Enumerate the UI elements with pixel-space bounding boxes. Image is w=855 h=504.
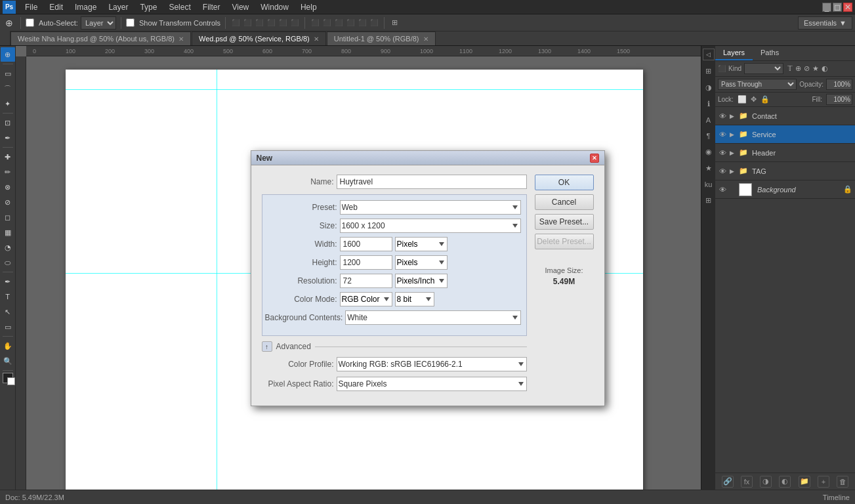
layer-new-btn[interactable]: + bbox=[818, 476, 829, 488]
text-tool[interactable]: T bbox=[1, 289, 15, 304]
panel-layers-icon[interactable]: ⊞ bbox=[704, 66, 713, 77]
panel-grid-icon[interactable]: ⊞ bbox=[704, 195, 713, 206]
menu-file[interactable]: File bbox=[20, 1, 43, 13]
size-select[interactable]: 1600 x 1200 bbox=[340, 219, 521, 233]
blend-mode-select[interactable]: Pass Through bbox=[718, 79, 797, 90]
layer-contact[interactable]: 👁 ▶ 📁 Contact bbox=[715, 107, 855, 125]
distribute6-icon[interactable]: ⬛ bbox=[369, 19, 379, 26]
fill-input[interactable] bbox=[826, 94, 852, 105]
height-input[interactable] bbox=[340, 255, 392, 270]
panel-3d-icon[interactable]: ◉ bbox=[704, 146, 713, 158]
dialog-close-btn[interactable]: ✕ bbox=[590, 154, 599, 163]
cancel-button[interactable]: Cancel bbox=[535, 194, 594, 210]
layer-fx-btn[interactable]: fx bbox=[741, 476, 753, 488]
layer-header-eye[interactable]: 👁 bbox=[718, 149, 727, 157]
layer-contact-expand[interactable]: ▶ bbox=[730, 113, 736, 119]
clone-tool[interactable]: ⊗ bbox=[1, 180, 15, 194]
essentials-btn[interactable]: Essentials ▼ bbox=[798, 16, 852, 30]
move-tool-btn[interactable]: ⊕ bbox=[3, 18, 16, 28]
lock-pixels-icon[interactable]: ⬜ bbox=[738, 95, 747, 104]
menu-image[interactable]: Image bbox=[70, 1, 102, 13]
align-right-icon[interactable]: ⬛ bbox=[254, 19, 264, 26]
delete-preset-button[interactable]: Delete Preset... bbox=[535, 234, 594, 249]
menu-select[interactable]: Select bbox=[163, 1, 196, 13]
width-unit-select[interactable]: Pixels bbox=[395, 237, 448, 251]
name-input[interactable] bbox=[337, 175, 527, 189]
tab-2[interactable]: Untitled-1 @ 50% (RGB/8) ✕ bbox=[327, 32, 436, 45]
panel-adjust-icon[interactable]: ◑ bbox=[704, 82, 713, 93]
layer-mask-btn[interactable]: ◑ bbox=[760, 476, 772, 488]
menu-help[interactable]: Help bbox=[295, 1, 322, 13]
layers-tab[interactable]: Layers bbox=[715, 46, 753, 60]
preset-select[interactable]: Web bbox=[340, 200, 521, 215]
menu-layer[interactable]: Layer bbox=[103, 1, 133, 13]
layer-adjust-btn[interactable]: ◐ bbox=[779, 476, 791, 488]
distribute4-icon[interactable]: ⬛ bbox=[345, 19, 356, 26]
close-btn[interactable]: ✕ bbox=[843, 3, 852, 12]
layer-link-btn[interactable]: 🔗 bbox=[722, 476, 734, 488]
resolution-unit-select[interactable]: Pixels/Inch bbox=[395, 274, 448, 288]
layer-group-btn[interactable]: 📁 bbox=[799, 476, 810, 488]
color-mode-select[interactable]: RGB Color bbox=[340, 292, 392, 306]
distribute3-icon[interactable]: ⬛ bbox=[333, 19, 344, 26]
panel-kuler-icon[interactable]: ku bbox=[703, 179, 714, 190]
dodge-tool[interactable]: ⬭ bbox=[1, 255, 15, 270]
eraser-tool[interactable]: ◻ bbox=[1, 210, 15, 224]
menu-window[interactable]: Window bbox=[255, 1, 294, 13]
layer-bg-eye[interactable]: 👁 bbox=[718, 186, 727, 194]
new-dialog[interactable]: New ✕ Name: Preset: Web bbox=[251, 150, 605, 406]
lock-all-icon[interactable]: 🔒 bbox=[761, 95, 770, 104]
distribute-icon[interactable]: ⬛ bbox=[310, 19, 320, 26]
resolution-input[interactable] bbox=[340, 274, 392, 288]
layer-contact-eye[interactable]: 👁 bbox=[718, 112, 727, 120]
history-brush-tool[interactable]: ⊘ bbox=[1, 195, 15, 209]
filter-icon-4[interactable]: ★ bbox=[812, 64, 819, 73]
menu-edit[interactable]: Edit bbox=[44, 1, 68, 13]
tab-0-close[interactable]: ✕ bbox=[178, 35, 184, 43]
arrangement-icon[interactable]: ⊞ bbox=[389, 18, 400, 27]
advanced-toggle-btn[interactable]: ↑ bbox=[262, 341, 272, 352]
background-color[interactable] bbox=[7, 377, 15, 385]
save-preset-button[interactable]: Save Preset... bbox=[535, 214, 594, 230]
align-top-icon[interactable]: ⬛ bbox=[266, 19, 276, 26]
layer-tag-eye[interactable]: 👁 bbox=[718, 167, 727, 175]
restore-btn[interactable]: ◻ bbox=[833, 3, 842, 12]
panel-char-icon[interactable]: A bbox=[705, 115, 712, 125]
ok-button[interactable]: OK bbox=[535, 175, 594, 190]
width-input[interactable] bbox=[340, 237, 392, 251]
menu-type[interactable]: Type bbox=[135, 1, 162, 13]
paths-tab[interactable]: Paths bbox=[753, 46, 787, 60]
pen-tool[interactable]: ✒ bbox=[1, 274, 15, 289]
filter-type-select[interactable] bbox=[744, 63, 783, 74]
shape-tool[interactable]: ▭ bbox=[1, 320, 15, 334]
menu-filter[interactable]: Filter bbox=[198, 1, 226, 13]
panel-info-icon[interactable]: ℹ bbox=[706, 98, 711, 110]
layer-service-eye[interactable]: 👁 bbox=[718, 131, 727, 138]
eyedropper-tool[interactable]: ✒ bbox=[1, 131, 15, 145]
filter-icon-2[interactable]: ⊕ bbox=[795, 64, 801, 73]
filter-icon-5[interactable]: ◐ bbox=[822, 64, 828, 73]
layer-service-expand[interactable]: ▶ bbox=[730, 131, 736, 138]
lock-position-icon[interactable]: ✥ bbox=[751, 95, 757, 104]
quick-select-tool[interactable]: ✦ bbox=[1, 96, 15, 111]
tab-0[interactable]: Wesite Nha Hang.psd @ 50% (About us, RGB… bbox=[10, 32, 191, 45]
show-transform-checkbox[interactable] bbox=[126, 18, 135, 27]
tab-1[interactable]: Wed.psd @ 50% (Service, RGB/8) ✕ bbox=[192, 32, 326, 45]
lasso-tool[interactable]: ⌒ bbox=[1, 81, 15, 96]
blur-tool[interactable]: ◔ bbox=[1, 240, 15, 255]
gradient-tool[interactable]: ▦ bbox=[1, 225, 15, 240]
marquee-tool[interactable]: ▭ bbox=[1, 66, 15, 81]
zoom-tool[interactable]: 🔍 bbox=[1, 354, 15, 368]
color-depth-select[interactable]: 8 bit bbox=[395, 292, 434, 306]
brush-tool[interactable]: ✏ bbox=[1, 165, 15, 179]
hand-tool[interactable]: ✋ bbox=[1, 339, 15, 353]
menu-view[interactable]: View bbox=[226, 1, 254, 13]
layer-header[interactable]: 👁 ▶ 📁 Header bbox=[715, 144, 855, 162]
filter-icon-3[interactable]: ⊘ bbox=[804, 64, 810, 73]
align-left-icon[interactable]: ⬛ bbox=[230, 19, 241, 26]
opacity-input[interactable] bbox=[826, 79, 852, 90]
layer-header-expand[interactable]: ▶ bbox=[730, 150, 736, 156]
color-profile-select[interactable]: Working RGB: sRGB IEC61966-2.1 bbox=[337, 357, 527, 371]
pixel-ratio-select[interactable]: Square Pixels bbox=[337, 377, 527, 391]
align-center-icon[interactable]: ⬛ bbox=[242, 19, 253, 26]
